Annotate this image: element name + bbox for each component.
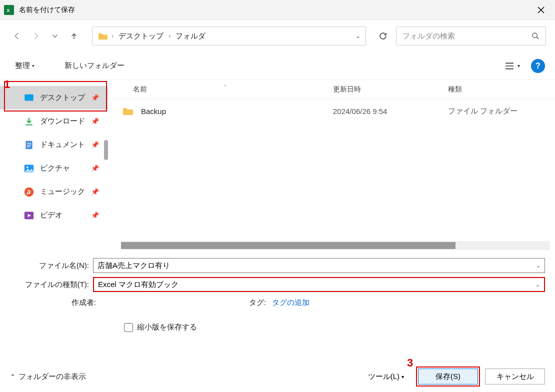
- view-options-button[interactable]: ▾: [500, 59, 525, 73]
- file-row[interactable]: Backup 2024/06/26 9:54 ファイル フォルダー: [108, 99, 555, 123]
- save-thumbnail-checkbox[interactable]: 縮小版を保存する: [124, 322, 545, 332]
- breadcrumb-item[interactable]: フォルダ: [174, 32, 208, 41]
- window-title: 名前を付けて保存: [19, 6, 75, 14]
- chevron-down-icon[interactable]: ⌄: [536, 262, 540, 269]
- chevron-down-icon: ▾: [402, 374, 404, 380]
- add-tag-link[interactable]: タグの追加: [272, 298, 310, 308]
- pin-icon[interactable]: 📌: [91, 188, 99, 196]
- content-area: 1 デスクトップ 📌 ダウンロード 📌 ドキュメント 📌: [0, 80, 555, 250]
- author-label: 作成者:: [10, 298, 102, 308]
- file-list-header: 名前 ⌃ 更新日時 種類: [108, 80, 555, 99]
- document-icon: [24, 140, 34, 150]
- up-button[interactable]: [66, 28, 82, 44]
- file-list: 名前 ⌃ 更新日時 種類 Backup 2024/06/26 9:54 ファイル…: [108, 80, 555, 250]
- folder-icon: [98, 32, 108, 40]
- svg-rect-3: [24, 94, 34, 100]
- forward-button[interactable]: [28, 28, 44, 44]
- address-bar[interactable]: › デスクトップ › フォルダ ⌄: [92, 26, 366, 46]
- sidebar-item-label: デスクトップ: [40, 93, 85, 102]
- pin-icon[interactable]: 📌: [91, 118, 99, 125]
- new-folder-button[interactable]: 新しいフォルダー: [60, 58, 130, 74]
- sidebar-item-label: ピクチャ: [40, 164, 70, 173]
- filename-input[interactable]: 店舗A売上マクロ有り ⌄: [93, 258, 545, 273]
- svg-point-7: [24, 187, 34, 196]
- music-icon: [24, 187, 34, 197]
- column-header-name[interactable]: 名前 ⌃: [133, 85, 333, 94]
- pin-icon[interactable]: 📌: [91, 94, 99, 102]
- save-button[interactable]: 保存(S): [418, 368, 478, 384]
- pin-icon[interactable]: 📌: [91, 141, 99, 148]
- pin-icon[interactable]: 📌: [91, 212, 99, 219]
- sidebar: 1 デスクトップ 📌 ダウンロード 📌 ドキュメント 📌: [0, 80, 108, 250]
- navigation-bar: › デスクトップ › フォルダ ⌄ フォルダの検索: [0, 20, 555, 52]
- help-button[interactable]: ?: [531, 59, 545, 73]
- folder-icon: [122, 106, 134, 116]
- cancel-button[interactable]: キャンセル: [485, 368, 545, 384]
- chevron-down-icon: ▾: [32, 63, 34, 68]
- svg-point-6: [26, 166, 28, 168]
- file-date: 2024/06/26 9:54: [333, 107, 448, 116]
- filename-label: ファイル名(N):: [10, 261, 93, 270]
- horizontal-scrollbar[interactable]: [121, 241, 550, 250]
- annotation-number-1: 1: [4, 78, 10, 91]
- svg-text:X: X: [6, 8, 10, 12]
- back-button[interactable]: [9, 28, 25, 44]
- author-value[interactable]: ​: [102, 298, 232, 307]
- toolbar: 整理 ▾ 新しいフォルダー ▾ ?: [0, 52, 555, 80]
- sidebar-item-documents[interactable]: ドキュメント 📌: [0, 133, 108, 156]
- breadcrumb-item[interactable]: デスクトップ: [116, 32, 166, 41]
- tag-label: タグ:: [232, 298, 272, 308]
- sidebar-item-label: ドキュメント: [40, 140, 85, 150]
- organize-menu[interactable]: 整理 ▾: [10, 58, 40, 74]
- filetype-label: ファイルの種類(T):: [10, 280, 93, 290]
- search-placeholder: フォルダの検索: [402, 32, 455, 41]
- search-icon: [532, 32, 540, 40]
- annotation-number-3: 3: [407, 356, 413, 370]
- sidebar-item-label: ダウンロード: [40, 116, 85, 126]
- sidebar-scrollbar-thumb[interactable]: [104, 140, 108, 160]
- recent-dropdown[interactable]: [47, 28, 63, 44]
- sidebar-item-pictures[interactable]: ピクチャ 📌: [0, 156, 108, 180]
- excel-app-icon: X: [4, 5, 14, 15]
- dialog-footer: ⌃ フォルダーの非表示 ツール(L) ▾ 3 保存(S) キャンセル: [0, 361, 555, 392]
- video-icon: [24, 210, 34, 220]
- scrollbar-thumb[interactable]: [121, 242, 456, 249]
- sidebar-item-videos[interactable]: ビデオ 📌: [0, 204, 108, 227]
- sidebar-item-label: ミュージック: [40, 187, 85, 196]
- svg-point-2: [532, 33, 537, 38]
- checkbox-icon[interactable]: [124, 323, 133, 332]
- file-name: Backup: [141, 107, 333, 116]
- close-button[interactable]: [531, 0, 551, 20]
- column-header-type[interactable]: 種類: [448, 85, 555, 94]
- title-bar: X 名前を付けて保存: [0, 0, 555, 20]
- chevron-down-icon[interactable]: ⌄: [356, 32, 360, 40]
- download-icon: [24, 116, 34, 126]
- sidebar-item-downloads[interactable]: ダウンロード 📌: [0, 110, 108, 133]
- sidebar-item-music[interactable]: ミュージック 📌: [0, 180, 108, 204]
- pin-icon[interactable]: 📌: [91, 164, 99, 172]
- picture-icon: [24, 164, 34, 174]
- chevron-up-icon: ⌃: [10, 373, 16, 380]
- desktop-icon: [24, 93, 34, 103]
- column-header-date[interactable]: 更新日時: [333, 85, 448, 94]
- chevron-down-icon: ▾: [518, 63, 520, 68]
- sort-indicator-icon: ⌃: [223, 84, 227, 90]
- hide-folders-toggle[interactable]: ⌃ フォルダーの非表示: [10, 372, 86, 382]
- tools-menu[interactable]: ツール(L) ▾: [368, 372, 404, 382]
- chevron-right-icon: ›: [168, 32, 170, 40]
- refresh-button[interactable]: [373, 26, 393, 46]
- chevron-right-icon: ›: [112, 32, 114, 40]
- chevron-down-icon[interactable]: ⌄: [536, 282, 540, 288]
- filetype-select[interactable]: Excel マクロ有効ブック ⌄: [93, 277, 545, 292]
- sidebar-item-label: ビデオ: [40, 210, 62, 220]
- list-view-icon: [504, 62, 514, 70]
- search-input[interactable]: フォルダの検索: [396, 26, 546, 46]
- sidebar-item-desktop[interactable]: デスクトップ 📌: [0, 86, 108, 110]
- save-form: ファイル名(N): 店舗A売上マクロ有り ⌄ ファイルの種類(T): Excel…: [0, 250, 555, 332]
- file-type: ファイル フォルダー: [448, 106, 518, 116]
